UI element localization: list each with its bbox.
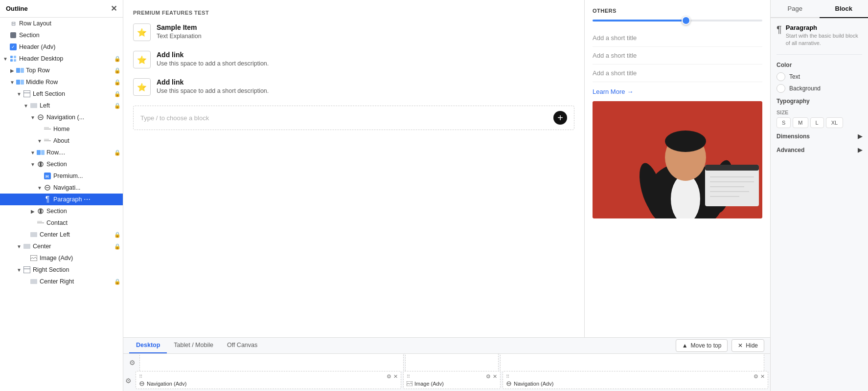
nav-cell-1[interactable]: ⠿ ⚙ ✕ Navigation (Adv)	[136, 371, 401, 389]
add-block-button[interactable]: +	[553, 111, 567, 125]
tree-item[interactable]: Home	[0, 123, 123, 135]
cell-actions-1: ⚙ ✕	[387, 373, 398, 380]
tab-off-canvas[interactable]: Off Canvas	[220, 338, 264, 353]
tree-item-label: Top Row	[26, 67, 50, 74]
tree-item[interactable]: ▼ About	[0, 135, 123, 147]
dimensions-collapse[interactable]: Dimensions ▶	[777, 133, 862, 140]
tree-item[interactable]: ▼ Navigation (...	[0, 111, 123, 123]
slider-track[interactable]	[593, 20, 762, 22]
svg-text:H: H	[46, 174, 49, 179]
size-l-button[interactable]: L	[810, 117, 824, 128]
learn-more-link[interactable]: Learn More →	[593, 88, 762, 95]
size-s-button[interactable]: S	[777, 117, 791, 128]
feature-text-2: Add link Use this space to add a short d…	[157, 51, 269, 67]
nav-icon	[36, 113, 45, 122]
tree-item[interactable]: Image (Adv)	[0, 252, 123, 264]
chevron-icon: ▼	[29, 162, 36, 167]
cell-label-2: Image (Adv)	[407, 381, 497, 387]
chevron-icon: ▼	[36, 185, 43, 191]
tab-tablet-mobile[interactable]: Tablet / Mobile	[167, 338, 220, 353]
tree-item-paragraph[interactable]: ¶ Paragraph ⋯	[0, 194, 123, 205]
nav-cell-2[interactable]: ⠿ ⚙ ✕ Navigation (Adv)	[503, 371, 768, 389]
hide-button[interactable]: ✕ Hide	[731, 339, 764, 352]
slider-container[interactable]	[593, 20, 762, 22]
image-cell[interactable]: ⠿ ⚙ ✕ Image (Adv)	[403, 371, 501, 389]
nav-item-icon	[43, 125, 52, 133]
more-options-icon[interactable]: ⋯	[84, 196, 91, 203]
tree-item[interactable]: ▶ Top Row 🔒	[0, 65, 123, 76]
color-background-row[interactable]: Background	[777, 84, 862, 93]
cell-x-1[interactable]: ✕	[393, 373, 398, 380]
cell-x-3[interactable]: ✕	[760, 373, 765, 380]
cell-actions-2: ⚙ ✕	[486, 373, 497, 380]
svg-rect-7	[21, 80, 24, 85]
tree-item[interactable]: ▼ Left Section 🔒	[0, 88, 123, 100]
learn-more-arrow: →	[627, 88, 633, 95]
tree-item[interactable]: Contact	[0, 217, 123, 229]
settings-icon[interactable]: ⚙	[129, 359, 136, 367]
props-panel: Page Block ¶ Paragraph Start with the ba…	[770, 0, 868, 391]
svg-rect-0	[10, 56, 13, 58]
type-block[interactable]: Type / to choose a block +	[133, 106, 574, 130]
svg-point-40	[665, 130, 706, 152]
tree-item[interactable]: Center Left 🔒	[0, 229, 123, 240]
size-xl-button[interactable]: XL	[826, 117, 843, 128]
props-tabs: Page Block	[771, 0, 868, 18]
tree-item[interactable]: ▼ Navigati...	[0, 182, 123, 194]
tree-item[interactable]: ▼ Row.... 🔒	[0, 147, 123, 158]
tree-item-label: Section	[19, 32, 40, 39]
tree-item-label: Right Section	[33, 266, 69, 273]
svg-rect-30	[23, 244, 30, 249]
tree-item[interactable]: Center Right 🔒	[0, 276, 123, 287]
color-text-row[interactable]: Text	[777, 72, 862, 81]
feature-text-1: Sample Item Text Explanation	[157, 23, 202, 40]
tab-desktop[interactable]: Desktop	[129, 338, 167, 353]
tree-item[interactable]: ▼ Section	[0, 158, 123, 170]
lock-icon: 🔒	[114, 103, 121, 109]
image-icon	[29, 254, 38, 262]
cell-x-2[interactable]: ✕	[493, 373, 497, 380]
tree-item-label: Contact	[46, 219, 68, 226]
tree-item[interactable]: ▼ Header Desktop 🔒	[0, 53, 123, 65]
move-to-top-button[interactable]: ▲ Move to top	[676, 339, 728, 352]
lock-icon: 🔒	[114, 67, 121, 74]
center-icon	[29, 230, 38, 239]
feature-title-1: Sample Item	[157, 23, 202, 31]
color-section-title: Color	[777, 62, 862, 68]
svg-rect-34	[30, 279, 37, 284]
tree-item[interactable]: ▶ Section	[0, 205, 123, 217]
tree-item[interactable]: Section	[0, 29, 123, 41]
tree-item[interactable]: ▼ Center 🔒	[0, 240, 123, 252]
settings-icon-2[interactable]: ⚙	[125, 377, 132, 385]
cell-gear-3[interactable]: ⚙	[754, 373, 758, 380]
text-color-swatch[interactable]	[777, 72, 785, 81]
nav-icon	[43, 183, 52, 192]
cell-gear-1[interactable]: ⚙	[387, 373, 391, 380]
tree-item-label: Middle Row	[26, 79, 58, 86]
tree-item-label: Section	[46, 208, 67, 215]
cell-actions-3: ⚙ ✕	[754, 373, 765, 380]
advanced-collapse[interactable]: Advanced ▶	[777, 147, 862, 153]
tab-block[interactable]: Block	[820, 0, 868, 18]
arrow-up-icon: ▲	[682, 342, 688, 349]
tree-item[interactable]: ▼ Right Section	[0, 264, 123, 276]
section-label: PREMIUM FEATURES TEST	[133, 10, 574, 16]
tree-item-label: Left Section	[33, 90, 65, 97]
tab-page[interactable]: Page	[771, 0, 820, 18]
page-canvas[interactable]: PREMIUM FEATURES TEST ⭐ Sample Item Text…	[123, 0, 584, 337]
center-icon	[23, 242, 31, 251]
tree-item[interactable]: ⊟ Row Layout	[0, 18, 123, 29]
size-m-button[interactable]: M	[793, 117, 808, 128]
tree-item[interactable]: ▼ Left 🔒	[0, 100, 123, 111]
close-icon[interactable]: ✕	[111, 4, 117, 13]
chevron-down-icon-2: ▶	[858, 147, 862, 153]
slider-thumb[interactable]	[682, 16, 690, 25]
paragraph-icon: ¶	[43, 195, 52, 204]
tree-item[interactable]: ✓ Header (Adv)	[0, 41, 123, 53]
tree-item[interactable]: ▼ Middle Row 🔒	[0, 76, 123, 88]
background-color-swatch[interactable]	[777, 84, 785, 93]
nav-item-icon	[43, 136, 52, 145]
cell-gear-2[interactable]: ⚙	[486, 373, 491, 380]
tree-item[interactable]: H Premium...	[0, 170, 123, 182]
row-icon: ⊟	[9, 19, 18, 28]
